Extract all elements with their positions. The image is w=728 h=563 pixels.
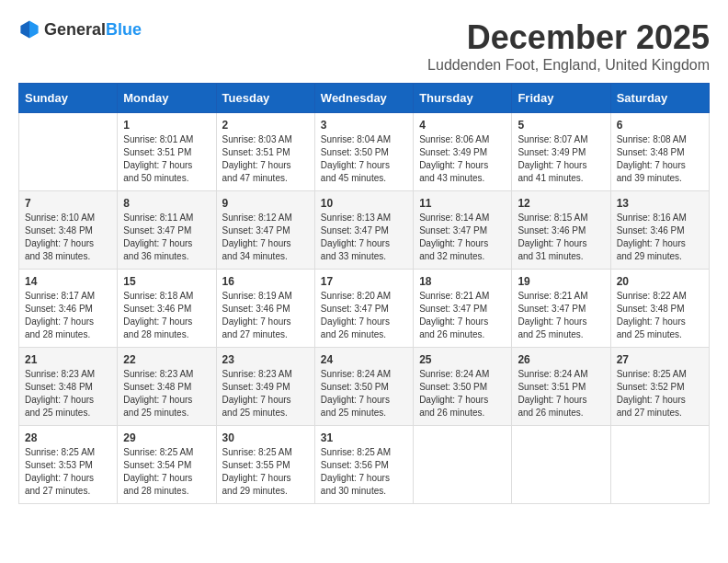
calendar-cell: 2Sunrise: 8:03 AMSunset: 3:51 PMDaylight…: [216, 113, 314, 191]
calendar-cell: 21Sunrise: 8:23 AMSunset: 3:48 PMDayligh…: [19, 348, 118, 426]
day-info: Sunrise: 8:18 AMSunset: 3:46 PMDaylight:…: [123, 290, 210, 341]
day-number: 30: [222, 431, 309, 444]
day-info: Sunrise: 8:23 AMSunset: 3:48 PMDaylight:…: [123, 368, 210, 419]
logo: GeneralBlue: [18, 18, 142, 40]
svg-marker-1: [20, 20, 29, 38]
day-number: 21: [25, 353, 111, 366]
calendar-cell: 3Sunrise: 8:04 AMSunset: 3:50 PMDaylight…: [314, 113, 413, 191]
calendar-cell: 7Sunrise: 8:10 AMSunset: 3:48 PMDaylight…: [19, 191, 118, 270]
calendar-cell: 26Sunrise: 8:24 AMSunset: 3:51 PMDayligh…: [512, 348, 610, 426]
day-number: 2: [222, 119, 309, 132]
calendar-cell: 12Sunrise: 8:15 AMSunset: 3:46 PMDayligh…: [512, 191, 610, 270]
day-number: 22: [123, 353, 210, 366]
day-info: Sunrise: 8:13 AMSunset: 3:47 PMDaylight:…: [321, 212, 407, 263]
day-number: 1: [123, 119, 210, 132]
week-row-2: 7Sunrise: 8:10 AMSunset: 3:48 PMDaylight…: [19, 191, 710, 270]
title-section: December 2025 Luddenden Foot, England, U…: [427, 18, 710, 74]
day-number: 13: [617, 197, 703, 210]
week-row-5: 28Sunrise: 8:25 AMSunset: 3:53 PMDayligh…: [19, 426, 710, 504]
calendar-table: SundayMondayTuesdayWednesdayThursdayFrid…: [18, 83, 710, 504]
calendar-cell: 11Sunrise: 8:14 AMSunset: 3:47 PMDayligh…: [414, 191, 512, 270]
day-info: Sunrise: 8:25 AMSunset: 3:53 PMDaylight:…: [25, 446, 111, 498]
day-info: Sunrise: 8:14 AMSunset: 3:47 PMDaylight:…: [419, 212, 506, 263]
calendar-cell: 19Sunrise: 8:21 AMSunset: 3:47 PMDayligh…: [512, 270, 610, 348]
day-info: Sunrise: 8:24 AMSunset: 3:51 PMDaylight:…: [518, 368, 604, 419]
day-info: Sunrise: 8:25 AMSunset: 3:56 PMDaylight:…: [321, 446, 407, 498]
day-number: 29: [123, 431, 210, 444]
header-day-sunday: Sunday: [19, 84, 118, 113]
calendar-cell: 4Sunrise: 8:06 AMSunset: 3:49 PMDaylight…: [414, 113, 512, 191]
week-row-3: 14Sunrise: 8:17 AMSunset: 3:46 PMDayligh…: [19, 270, 710, 348]
day-number: 19: [518, 275, 604, 288]
header-row: SundayMondayTuesdayWednesdayThursdayFrid…: [19, 84, 710, 113]
day-info: Sunrise: 8:15 AMSunset: 3:46 PMDaylight:…: [518, 212, 604, 263]
day-number: 31: [321, 431, 407, 444]
day-number: 26: [518, 353, 604, 366]
day-info: Sunrise: 8:23 AMSunset: 3:48 PMDaylight:…: [25, 368, 111, 419]
calendar-cell: [512, 426, 610, 504]
day-number: 10: [321, 197, 407, 210]
calendar-cell: 18Sunrise: 8:21 AMSunset: 3:47 PMDayligh…: [414, 270, 512, 348]
logo-text-blue: Blue: [106, 20, 142, 39]
day-number: 5: [518, 119, 604, 132]
header-day-thursday: Thursday: [414, 84, 512, 113]
calendar-cell: 24Sunrise: 8:24 AMSunset: 3:50 PMDayligh…: [314, 348, 413, 426]
day-info: Sunrise: 8:21 AMSunset: 3:47 PMDaylight:…: [419, 290, 506, 341]
day-number: 11: [419, 197, 506, 210]
calendar-cell: 14Sunrise: 8:17 AMSunset: 3:46 PMDayligh…: [19, 270, 118, 348]
header: GeneralBlue December 2025 Luddenden Foot…: [18, 18, 710, 74]
calendar-cell: 27Sunrise: 8:25 AMSunset: 3:52 PMDayligh…: [610, 348, 709, 426]
header-day-tuesday: Tuesday: [216, 84, 314, 113]
day-number: 18: [419, 275, 506, 288]
day-info: Sunrise: 8:24 AMSunset: 3:50 PMDaylight:…: [419, 368, 506, 419]
day-number: 3: [321, 119, 407, 132]
day-info: Sunrise: 8:08 AMSunset: 3:48 PMDaylight:…: [617, 133, 703, 185]
day-info: Sunrise: 8:01 AMSunset: 3:51 PMDaylight:…: [123, 133, 210, 185]
day-number: 28: [25, 431, 111, 444]
day-info: Sunrise: 8:25 AMSunset: 3:52 PMDaylight:…: [617, 368, 703, 419]
day-number: 6: [617, 119, 703, 132]
day-info: Sunrise: 8:17 AMSunset: 3:46 PMDaylight:…: [25, 290, 111, 341]
day-info: Sunrise: 8:20 AMSunset: 3:47 PMDaylight:…: [321, 290, 407, 341]
logo-text-general: General: [44, 20, 106, 39]
day-info: Sunrise: 8:21 AMSunset: 3:47 PMDaylight:…: [518, 290, 604, 341]
day-number: 17: [321, 275, 407, 288]
day-info: Sunrise: 8:24 AMSunset: 3:50 PMDaylight:…: [321, 368, 407, 419]
header-day-friday: Friday: [512, 84, 610, 113]
calendar-cell: 25Sunrise: 8:24 AMSunset: 3:50 PMDayligh…: [414, 348, 512, 426]
week-row-1: 1Sunrise: 8:01 AMSunset: 3:51 PMDaylight…: [19, 113, 710, 191]
day-info: Sunrise: 8:25 AMSunset: 3:54 PMDaylight:…: [123, 446, 210, 498]
day-info: Sunrise: 8:16 AMSunset: 3:46 PMDaylight:…: [617, 212, 703, 263]
day-info: Sunrise: 8:07 AMSunset: 3:49 PMDaylight:…: [518, 133, 604, 185]
calendar-cell: 20Sunrise: 8:22 AMSunset: 3:48 PMDayligh…: [610, 270, 709, 348]
month-title: December 2025: [427, 18, 710, 57]
location-title: Luddenden Foot, England, United Kingdom: [427, 57, 710, 74]
calendar-cell: 6Sunrise: 8:08 AMSunset: 3:48 PMDaylight…: [610, 113, 709, 191]
calendar-cell: 15Sunrise: 8:18 AMSunset: 3:46 PMDayligh…: [118, 270, 216, 348]
calendar-cell: [610, 426, 709, 504]
calendar-cell: 29Sunrise: 8:25 AMSunset: 3:54 PMDayligh…: [118, 426, 216, 504]
day-info: Sunrise: 8:06 AMSunset: 3:49 PMDaylight:…: [419, 133, 506, 185]
calendar-cell: 22Sunrise: 8:23 AMSunset: 3:48 PMDayligh…: [118, 348, 216, 426]
day-info: Sunrise: 8:04 AMSunset: 3:50 PMDaylight:…: [321, 133, 407, 185]
day-number: 15: [123, 275, 210, 288]
calendar-cell: [19, 113, 118, 191]
day-number: 4: [419, 119, 506, 132]
day-number: 27: [617, 353, 703, 366]
logo-icon: [18, 18, 40, 40]
calendar-cell: 16Sunrise: 8:19 AMSunset: 3:46 PMDayligh…: [216, 270, 314, 348]
calendar-cell: 31Sunrise: 8:25 AMSunset: 3:56 PMDayligh…: [314, 426, 413, 504]
day-number: 14: [25, 275, 111, 288]
calendar-cell: 8Sunrise: 8:11 AMSunset: 3:47 PMDaylight…: [118, 191, 216, 270]
calendar-cell: [414, 426, 512, 504]
day-info: Sunrise: 8:19 AMSunset: 3:46 PMDaylight:…: [222, 290, 309, 341]
calendar-cell: 1Sunrise: 8:01 AMSunset: 3:51 PMDaylight…: [118, 113, 216, 191]
header-day-saturday: Saturday: [610, 84, 709, 113]
day-number: 9: [222, 197, 309, 210]
day-info: Sunrise: 8:22 AMSunset: 3:48 PMDaylight:…: [617, 290, 703, 341]
day-info: Sunrise: 8:03 AMSunset: 3:51 PMDaylight:…: [222, 133, 309, 185]
calendar-cell: 28Sunrise: 8:25 AMSunset: 3:53 PMDayligh…: [19, 426, 118, 504]
day-info: Sunrise: 8:12 AMSunset: 3:47 PMDaylight:…: [222, 212, 309, 263]
calendar-cell: 10Sunrise: 8:13 AMSunset: 3:47 PMDayligh…: [314, 191, 413, 270]
calendar-cell: 9Sunrise: 8:12 AMSunset: 3:47 PMDaylight…: [216, 191, 314, 270]
